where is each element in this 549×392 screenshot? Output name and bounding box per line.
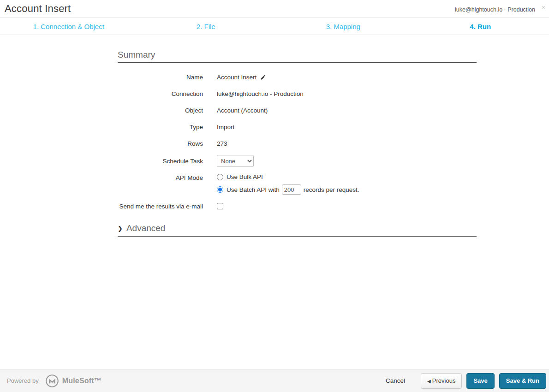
- save-button[interactable]: Save: [466, 373, 494, 389]
- advanced-heading: Advanced: [126, 223, 166, 233]
- email-results-label: Send me the results via e-mail: [118, 203, 203, 210]
- header: Account Insert luke@hightouch.io - Produ…: [0, 0, 549, 18]
- footer-actions: Cancel ◀Previous Save Save & Run: [386, 373, 546, 389]
- name-label: Name: [118, 74, 203, 81]
- connection-indicator: luke@hightouch.io - Production: [455, 6, 535, 13]
- schedule-label: Schedule Task: [118, 158, 203, 165]
- connection-row: Connection luke@hightouch.io - Productio…: [118, 89, 477, 99]
- type-label: Type: [118, 124, 203, 131]
- batch-api-prefix: Use Batch API with: [227, 186, 280, 193]
- arrow-left-icon: ◀: [427, 379, 431, 384]
- schedule-row: Schedule Task None: [118, 155, 477, 167]
- connection-value: luke@hightouch.io - Production: [217, 90, 304, 97]
- batch-size-input[interactable]: [282, 184, 301, 195]
- save-and-run-button[interactable]: Save & Run: [499, 373, 546, 389]
- advanced-section-toggle[interactable]: ❯ Advanced: [118, 223, 477, 237]
- type-row: Type Import: [118, 122, 477, 132]
- email-results-row: Send me the results via e-mail: [118, 201, 477, 211]
- page-title: Account Insert: [5, 3, 71, 15]
- close-icon[interactable]: ×: [542, 4, 545, 11]
- type-value: Import: [217, 124, 234, 131]
- name-row: Name Account Insert: [118, 72, 477, 82]
- name-value: Account Insert: [217, 74, 257, 81]
- bulk-api-label: Use Bulk API: [227, 173, 263, 180]
- cancel-button[interactable]: Cancel: [386, 377, 405, 384]
- step-run[interactable]: 4. Run: [412, 18, 549, 35]
- rows-value: 273: [217, 140, 227, 147]
- summary-form: Name Account Insert Connection luke@high…: [118, 72, 477, 211]
- summary-heading: Summary: [118, 50, 155, 59]
- footer-bar: Powered by MuleSoft™ Cancel ◀Previous Sa…: [0, 369, 549, 392]
- step-mapping[interactable]: 3. Mapping: [274, 18, 412, 35]
- bulk-api-radio[interactable]: [217, 174, 223, 180]
- powered-by: Powered by MuleSoft™: [7, 374, 101, 388]
- batch-api-radio[interactable]: [217, 186, 223, 193]
- wizard-steps: 1. Connection & Object 2. File 3. Mappin…: [0, 18, 549, 35]
- account-insert-wizard: Account Insert luke@hightouch.io - Produ…: [0, 0, 549, 392]
- connection-label: Connection: [118, 90, 203, 97]
- step-file[interactable]: 2. File: [137, 18, 275, 35]
- rows-label: Rows: [118, 140, 203, 147]
- powered-by-label: Powered by: [7, 377, 39, 384]
- mulesoft-brand: MuleSoft™: [62, 377, 101, 385]
- object-value: Account (Account): [217, 107, 268, 114]
- schedule-select[interactable]: None: [217, 155, 254, 167]
- main-content: Summary Name Account Insert Connection l…: [0, 35, 477, 237]
- mulesoft-logo-icon: [45, 374, 59, 388]
- batch-api-suffix: records per request.: [304, 186, 359, 193]
- api-mode-label: API Mode: [118, 173, 203, 181]
- object-row: Object Account (Account): [118, 105, 477, 115]
- step-connection-object[interactable]: 1. Connection & Object: [0, 18, 137, 35]
- chevron-right-icon: ❯: [118, 225, 123, 232]
- rows-row: Rows 273: [118, 138, 477, 148]
- batch-api-option[interactable]: Use Batch API with records per request.: [217, 184, 359, 195]
- api-mode-row: API Mode Use Bulk API Use Batch API with…: [118, 173, 477, 195]
- object-label: Object: [118, 107, 203, 114]
- bulk-api-option[interactable]: Use Bulk API: [217, 173, 359, 180]
- summary-section-header: Summary: [118, 50, 477, 63]
- previous-button[interactable]: ◀Previous: [421, 373, 462, 389]
- edit-name-icon[interactable]: [260, 74, 266, 80]
- email-results-checkbox[interactable]: [217, 203, 223, 209]
